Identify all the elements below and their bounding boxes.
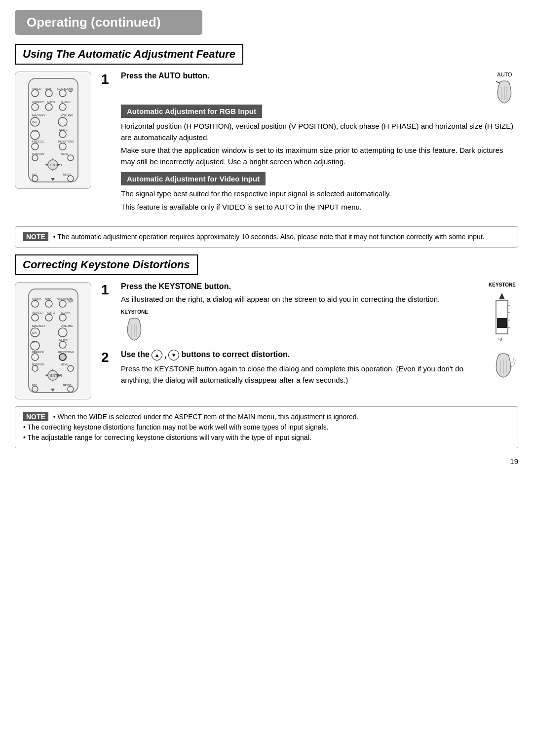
note2-label: NOTE [23, 412, 48, 421]
video-heading: Automatic Adjustment for Video Input [127, 175, 260, 183]
step2-2-row: 2 Use the ▲ , ▼ buttons to cor [101, 350, 518, 388]
video-subsection: Automatic Adjustment for Video Input The… [121, 172, 518, 213]
note2-box: NOTE • When the WIDE is selected under t… [15, 406, 518, 448]
svg-text:+0: +0 [497, 337, 502, 342]
step2-2-body: Press the KEYSTONE button again to close… [121, 363, 481, 386]
section-auto-adjustment: Using The Automatic Adjustment Feature V… [15, 44, 518, 248]
svg-rect-94 [497, 318, 507, 328]
section1-steps: 1 Press the AUTO button. AUTO [101, 72, 518, 219]
note2-bullet1: • When the WIDE is selected under the AS… [53, 413, 359, 421]
step2-2-title-suffix: buttons to correct distortion. [182, 350, 290, 359]
keystone-diagram-area: KEYSTONE [486, 282, 518, 345]
svg-text:MAGNIFY: MAGNIFY [32, 324, 45, 327]
step2-1-body: As illustrated on the right, a dialog wi… [121, 294, 481, 305]
svg-point-53 [69, 298, 73, 302]
note1-label: NOTE [23, 232, 48, 241]
section2-content-row: VIDEO RGB SEARCH ASPECT AUTO BLANK MAGNI… [15, 282, 518, 399]
rgb-body1: Horizontal position (H POSITION), vertic… [121, 121, 518, 143]
step2-2-title-prefix: Use the [121, 350, 152, 359]
svg-marker-92 [499, 293, 505, 299]
svg-text:AUTO: AUTO [47, 311, 55, 314]
svg-text:ASPECT: ASPECT [32, 101, 44, 104]
section-keystone: Correcting Keystone Distortions VIDEO RG… [15, 254, 518, 448]
step2-1-number: 1 [101, 283, 115, 297]
section1-heading: Using The Automatic Adjustment Feature [23, 48, 235, 61]
step2-2-content: Use the ▲ , ▼ buttons to correct distort… [121, 350, 518, 388]
svg-text:FREEZE: FREEZE [32, 351, 44, 354]
step2-1-title: Press the KEYSTONE button. [121, 282, 481, 291]
page-number-text: 19 [510, 457, 518, 466]
step1-row: 1 Press the AUTO button. AUTO [101, 72, 518, 215]
svg-text:VOLUME: VOLUME [61, 324, 73, 327]
video-body2: This feature is available only if VIDEO … [121, 202, 518, 213]
page-title: Operating (continued) [27, 15, 190, 30]
svg-text:FREEZE: FREEZE [32, 140, 44, 143]
keystone-press-icon-area: KEYSTONE [121, 309, 148, 343]
step2-2-number: 2 [101, 351, 115, 364]
section2-header: Correcting Keystone Distortions [15, 254, 198, 275]
svg-text:KEYSTONE: KEYSTONE [58, 351, 75, 354]
note1-text: • The automatic adjustment operation req… [51, 233, 485, 241]
rgb-body2: Make sure that the application window is… [121, 145, 518, 167]
step2-1-content: Press the KEYSTONE button. As illustrate… [121, 282, 518, 345]
remote-illustration: VIDEO RGB SEARCH ASPECT AUTO BLANK MAGNI… [15, 72, 91, 189]
section2-heading: Correcting Keystone Distortions [23, 258, 190, 271]
step1-content: Press the AUTO button. AUTO [121, 72, 518, 215]
svg-text:BLANK: BLANK [61, 311, 71, 314]
svg-text:MAGNIFY: MAGNIFY [32, 114, 45, 117]
updown-buttons: ▲ , ▼ [152, 350, 179, 360]
rgb-heading: Automatic Adjustment for RGB Input [127, 107, 256, 115]
down-button: ▼ [168, 350, 179, 360]
remote-svg: VIDEO RGB SEARCH ASPECT AUTO BLANK MAGNI… [21, 76, 85, 184]
keystone-small-label: KEYSTONE [121, 309, 148, 315]
svg-text:AUTO: AUTO [47, 101, 55, 104]
page-title-bar: Operating (continued) [15, 10, 202, 35]
svg-point-7 [69, 88, 73, 92]
note2-bullet2: • The correcting keystone distortions fu… [23, 423, 329, 431]
remote-svg-2: VIDEO RGB SEARCH ASPECT AUTO BLANK MAGNI… [21, 287, 85, 395]
step2-press-icon-area [489, 350, 518, 381]
svg-text:ON: ON [32, 331, 37, 334]
up-button: ▲ [152, 350, 162, 360]
comma: , [164, 351, 166, 359]
svg-text:VOLUME: VOLUME [61, 114, 73, 117]
keystone-press-area: KEYSTONE [121, 309, 481, 343]
step1-title: Press the AUTO button. [121, 72, 210, 80]
page-number: 19 [15, 457, 518, 466]
note1-box: NOTE • The automatic adjustment operatio… [15, 226, 518, 248]
rgb-header: Automatic Adjustment for RGB Input [121, 105, 262, 118]
auto-button-icon-area: AUTO [491, 72, 518, 105]
keystone-diagram-svg: +0 [486, 290, 518, 345]
note2-bullet3: • The adjustable range for correcting ke… [23, 433, 311, 441]
svg-text:ASPECT: ASPECT [32, 311, 44, 314]
section1-content-row: VIDEO RGB SEARCH ASPECT AUTO BLANK MAGNI… [15, 72, 518, 219]
svg-text:MENU: MENU [61, 152, 68, 155]
svg-text:MENU: MENU [61, 363, 68, 366]
svg-rect-93 [496, 300, 508, 334]
step2-press-icon [489, 350, 518, 379]
svg-text:BLANK: BLANK [61, 101, 71, 104]
keystone-press-icon [121, 315, 148, 342]
rgb-subsection: Automatic Adjustment for RGB Input Horiz… [121, 105, 518, 167]
auto-press-icon [491, 77, 518, 105]
svg-text:ENTER: ENTER [50, 163, 62, 167]
remote-illustration-2: VIDEO RGB SEARCH ASPECT AUTO BLANK MAGNI… [15, 282, 91, 399]
step1-number: 1 [101, 72, 115, 86]
video-body1: The signal type best suited for the resp… [121, 188, 518, 200]
svg-text:KEYSTONE: KEYSTONE [58, 140, 75, 143]
auto-label: AUTO [497, 72, 512, 77]
svg-point-72 [59, 354, 66, 360]
section1-header: Using The Automatic Adjustment Feature [15, 44, 243, 65]
svg-text:ENTER: ENTER [50, 374, 62, 377]
step2-2-title: Use the ▲ , ▼ buttons to correct distort… [121, 350, 481, 360]
keystone-diagram-label: KEYSTONE [489, 282, 516, 288]
svg-text:ON: ON [32, 121, 37, 124]
step2-1-row: 1 Press the KEYSTONE button. As illustra… [101, 282, 518, 345]
video-header: Automatic Adjustment for Video Input [121, 172, 266, 185]
section2-steps: 1 Press the KEYSTONE button. As illustra… [101, 282, 518, 388]
